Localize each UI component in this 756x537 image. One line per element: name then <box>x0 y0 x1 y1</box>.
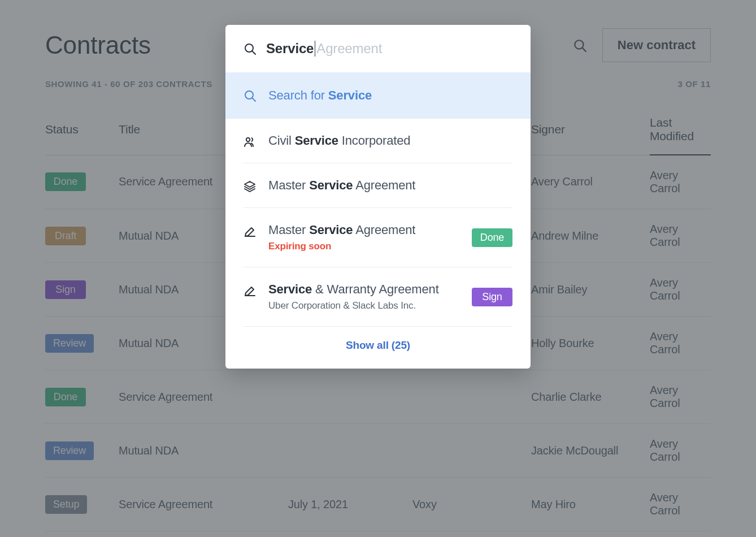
status-badge: Sign <box>472 288 512 306</box>
result-text: Master Service AgreementExpiring soon <box>268 223 459 252</box>
search-icon <box>244 42 256 55</box>
search-input-row[interactable]: Service Agreement <box>225 25 531 72</box>
result-text: Civil Service Incorporated <box>268 133 512 148</box>
result-text: Service & Warranty AgreementUber Corpora… <box>268 282 459 311</box>
search-result-row[interactable]: Service & Warranty AgreementUber Corpora… <box>244 267 512 327</box>
people-icon <box>244 133 256 148</box>
stack-icon <box>244 178 256 192</box>
text-cursor <box>315 41 315 57</box>
search-for-label: Search for Service <box>268 88 372 103</box>
search-typed-text: Service <box>266 41 314 57</box>
show-all-button[interactable]: Show all (25) <box>225 327 531 369</box>
result-subtext: Expiring soon <box>268 241 459 252</box>
search-icon <box>244 89 256 102</box>
search-results-list: Civil Service IncorporatedMaster Service… <box>225 119 531 327</box>
search-input[interactable]: Service Agreement <box>266 41 382 57</box>
search-result-row[interactable]: Master Service AgreementExpiring soonDon… <box>244 208 512 267</box>
search-result-row[interactable]: Civil Service Incorporated <box>244 119 512 163</box>
result-text: Master Service Agreement <box>268 178 512 193</box>
edit-icon <box>244 223 256 237</box>
result-subtext: Uber Corporation & Slack Labs Inc. <box>268 300 459 311</box>
search-panel: Service Agreement Search for Service Civ… <box>225 25 531 369</box>
edit-icon <box>244 282 256 296</box>
status-badge: Done <box>472 228 512 247</box>
search-result-row[interactable]: Master Service Agreement <box>244 163 512 208</box>
search-suggestion-text: Agreement <box>316 41 382 57</box>
search-for-row[interactable]: Search for Service <box>225 72 531 119</box>
